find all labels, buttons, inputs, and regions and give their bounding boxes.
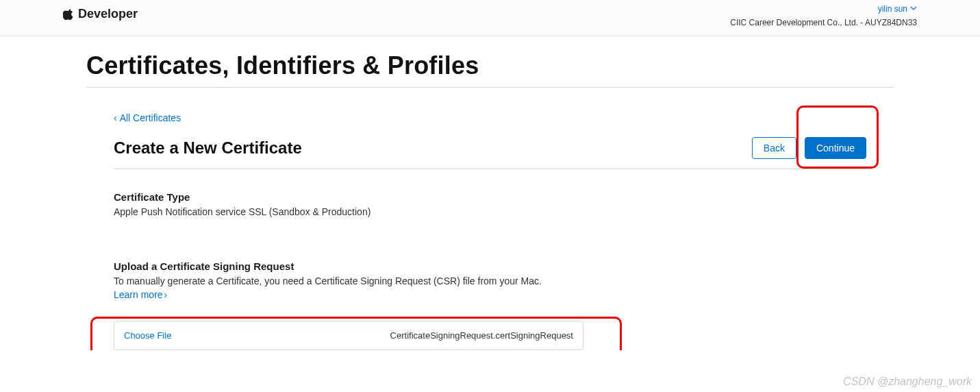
subheader-row: Create a New Certificate Back Continue bbox=[114, 137, 866, 169]
continue-button[interactable]: Continue bbox=[805, 137, 866, 159]
sub-title: Create a New Certificate bbox=[114, 138, 302, 158]
breadcrumb-label: All Certificates bbox=[120, 112, 181, 123]
company-line: CIIC Career Development Co., Ltd. - AUYZ… bbox=[730, 18, 917, 27]
certificate-type-heading: Certificate Type bbox=[114, 191, 866, 203]
chevron-down-icon bbox=[910, 4, 917, 14]
upload-section: Upload a Certificate Signing Request To … bbox=[114, 260, 866, 351]
upload-heading: Upload a Certificate Signing Request bbox=[114, 260, 866, 272]
content-area: ‹ All Certificates Create a New Certific… bbox=[86, 112, 894, 350]
main-container: Certificates, Identifiers & Profiles ‹ A… bbox=[0, 51, 980, 350]
chevron-right-icon: › bbox=[164, 289, 168, 300]
page-title: Certificates, Identifiers & Profiles bbox=[86, 51, 894, 88]
learn-more-label: Learn more bbox=[114, 289, 163, 300]
upload-desc: To manually generate a Certificate, you … bbox=[114, 275, 866, 289]
apple-icon bbox=[63, 8, 74, 21]
breadcrumb[interactable]: ‹ All Certificates bbox=[114, 112, 866, 123]
account-block: yilin sun CIIC Career Development Co., L… bbox=[730, 4, 917, 27]
top-bar: Developer yilin sun CIIC Career Developm… bbox=[0, 0, 980, 36]
certificate-type-desc: Apple Push Notification service SSL (San… bbox=[114, 206, 866, 219]
brand-text: Developer bbox=[78, 7, 138, 21]
brand[interactable]: Developer bbox=[63, 7, 138, 21]
back-button[interactable]: Back bbox=[752, 137, 796, 159]
button-group: Back Continue bbox=[752, 137, 866, 159]
user-menu[interactable]: yilin sun bbox=[730, 4, 917, 14]
certificate-type-section: Certificate Type Apple Push Notification… bbox=[114, 191, 866, 219]
file-upload-box: Choose File CertificateSigningRequest.ce… bbox=[114, 321, 583, 350]
uploaded-file-name: CertificateSigningRequest.certSigningReq… bbox=[390, 330, 573, 341]
learn-more-link[interactable]: Learn more › bbox=[114, 289, 167, 300]
choose-file-button[interactable]: Choose File bbox=[124, 330, 171, 341]
file-area: Choose File CertificateSigningRequest.ce… bbox=[114, 321, 866, 350]
user-name: yilin sun bbox=[878, 4, 907, 14]
chevron-left-icon: ‹ bbox=[114, 112, 117, 123]
